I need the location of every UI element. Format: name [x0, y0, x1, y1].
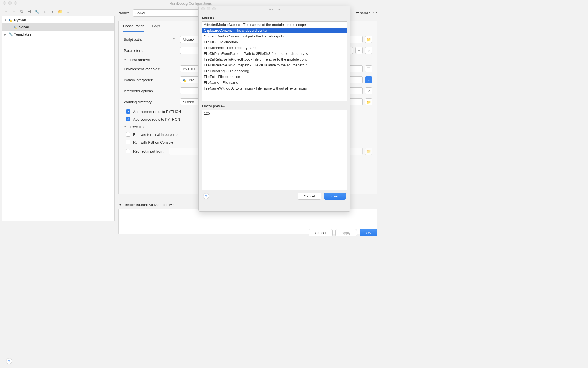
window-controls [201, 7, 216, 10]
parameters-label: Parameters: [124, 48, 177, 53]
checkbox-checked-icon[interactable] [126, 109, 130, 114]
tree-label: Python [14, 18, 26, 22]
python-icon [9, 18, 13, 22]
close-dot[interactable] [201, 7, 205, 10]
chk-label: Add content roots to PYTHON [133, 110, 181, 114]
left-panel: ＋ － ⧉ 🔧 ▲ ▼ 📁 ↓ₐ ▼ Python Sol [0, 7, 117, 227]
cancel-button[interactable]: Cancel [309, 229, 332, 236]
macros-dialog: Macros Macros AffectedModuleNames - The … [198, 6, 350, 212]
browse-folder-icon[interactable]: 📁 [365, 98, 372, 105]
help-icon[interactable]: ? [203, 193, 209, 199]
macro-preview[interactable]: 125 [202, 110, 347, 190]
chevron-down-icon[interactable]: ▼ [124, 125, 127, 128]
tab-configuration[interactable]: Configuration [123, 24, 144, 32]
zoom-dot[interactable] [14, 1, 17, 5]
env-vars-label: Environment variables: [124, 67, 177, 71]
python-icon [14, 25, 18, 29]
minimize-dot[interactable] [207, 7, 210, 10]
chk-label: Redirect input from: [133, 149, 164, 153]
browse-folder-icon[interactable]: 📁 [365, 148, 372, 155]
close-dot[interactable] [3, 1, 6, 5]
add-icon[interactable]: ＋ [4, 9, 8, 14]
checkbox-icon[interactable] [126, 140, 130, 144]
macros-list[interactable]: AffectedModuleNames - The names of the m… [202, 21, 347, 101]
macro-item[interactable]: FileNameWithoutAllExtensions - File name… [202, 85, 347, 91]
name-label: Name: [118, 11, 129, 15]
macro-item[interactable]: FileDirName - File directory name [202, 45, 347, 51]
macros-titlebar: Macros [199, 6, 350, 12]
macro-item[interactable]: FileDirRelativeToProjectRoot - File dir … [202, 56, 347, 62]
macro-item[interactable]: AffectedModuleNames - The names of the m… [202, 22, 347, 28]
chevron-down-icon[interactable]: ▼ [4, 18, 7, 21]
tree-label: Solver [19, 25, 29, 29]
dropdown-toggle[interactable]: ⌄ [365, 76, 372, 83]
wrench-icon[interactable]: 🔧 [35, 9, 39, 14]
before-launch-label: Before launch: Activate tool win [125, 203, 175, 207]
checkbox-icon[interactable] [126, 149, 130, 153]
tab-logs[interactable]: Logs [152, 24, 160, 32]
macros-title: Macros [269, 7, 280, 11]
apply-button[interactable]: Apply [335, 229, 357, 236]
chevron-down-icon[interactable]: ▼ [124, 58, 127, 61]
macros-cancel-button[interactable]: Cancel [298, 193, 321, 200]
script-path-label: Script path: ▼ [124, 37, 177, 42]
tree-node-templates[interactable]: ▶ 🔧 Templates [2, 31, 114, 38]
remove-icon[interactable]: － [12, 9, 16, 14]
tree-node-solver[interactable]: Solver [2, 23, 114, 31]
main-title: Run/Debug Configurations [169, 1, 212, 6]
macro-item[interactable]: ClipboardContent - The clipboard content [202, 28, 347, 33]
working-dir-label: Working directory: [124, 100, 177, 104]
list-icon[interactable]: ☰ [365, 65, 372, 72]
copy-icon[interactable]: ⧉ [19, 9, 24, 14]
add-icon[interactable]: ＋ [355, 47, 363, 54]
browse-folder-icon[interactable]: 📁 [365, 36, 372, 43]
up-icon[interactable]: ▲ [42, 9, 47, 14]
interp-options-label: Interpreter options: [124, 89, 177, 93]
minimize-dot[interactable] [8, 1, 12, 5]
chk-label: Emulate terminal in output cor [133, 132, 181, 137]
chk-label: Run with Python Console [133, 140, 173, 144]
macro-preview-value: 125 [204, 111, 210, 115]
bottom-bar: ? Cancel Apply OK [309, 229, 377, 236]
window-controls [3, 1, 17, 5]
allow-parallel-label[interactable]: w parallel run [356, 11, 377, 15]
config-tree[interactable]: ▼ Python Solver ▶ 🔧 Templates [2, 16, 115, 221]
expand-icon[interactable]: ⤢ [365, 87, 372, 94]
chevron-down-icon[interactable]: ▼ [172, 37, 177, 40]
macro-item[interactable]: FileDirRelativeToSourcepath - File dir r… [202, 62, 347, 68]
chevron-right-icon[interactable]: ▶ [4, 33, 7, 36]
macro-item[interactable]: FileDirPathFromParent - Path to $FileDir… [202, 51, 347, 56]
chevron-down-icon[interactable]: ▼ [118, 203, 122, 207]
tree-label: Templates [14, 32, 31, 36]
checkbox-icon[interactable] [126, 132, 130, 137]
macro-preview-label: Macro preview [202, 104, 347, 108]
section-title: Execution [130, 125, 145, 129]
macro-item[interactable]: ContentRoot - Content root path the file… [202, 33, 347, 39]
ok-button[interactable]: OK [360, 229, 377, 236]
macros-insert-button[interactable]: Insert [324, 193, 346, 200]
macro-item[interactable]: FileExt - File extension [202, 74, 347, 80]
tree-node-python[interactable]: ▼ Python [2, 16, 114, 23]
sort-icon[interactable]: ↓ₐ [66, 9, 70, 14]
macros-bottom: ? Cancel Insert [202, 190, 347, 200]
macros-body: Macros AffectedModuleNames - The names o… [199, 12, 350, 203]
down-icon[interactable]: ▼ [50, 9, 55, 14]
macro-item[interactable]: FileDir - File directory [202, 39, 347, 45]
section-title: Environment [130, 58, 150, 62]
wrench-icon: 🔧 [9, 32, 13, 36]
macro-item[interactable]: FileName - File name [202, 80, 347, 85]
macro-item[interactable]: FileEncoding - File encoding [202, 68, 347, 74]
checkbox-checked-icon[interactable] [126, 117, 130, 121]
macros-list-label: Macros [202, 16, 347, 20]
save-icon[interactable] [27, 9, 31, 14]
zoom-dot[interactable] [212, 7, 216, 10]
config-toolbar: ＋ － ⧉ 🔧 ▲ ▼ 📁 ↓ₐ [2, 9, 115, 16]
chk-label: Add source roots to PYTHON [133, 117, 180, 121]
interpreter-label: Python interpreter: [124, 78, 177, 82]
expand-icon[interactable]: ⤢ [365, 47, 372, 54]
folder-icon[interactable]: 📁 [58, 9, 62, 14]
python-icon [183, 78, 187, 82]
